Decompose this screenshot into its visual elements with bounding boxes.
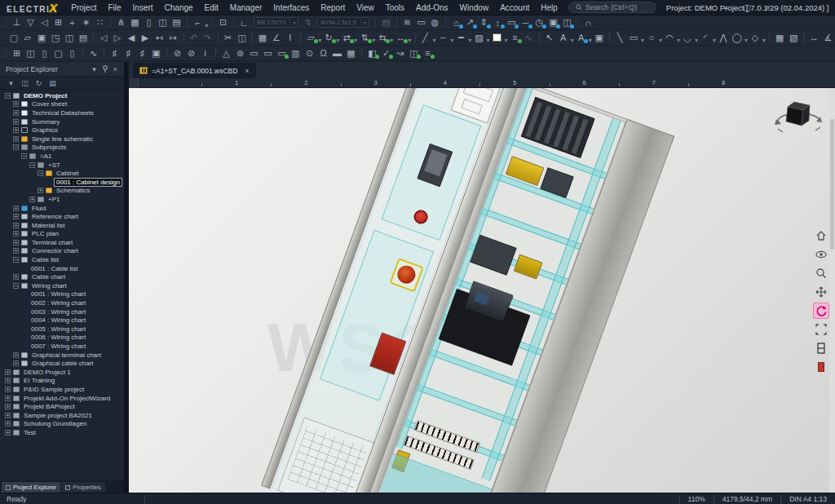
- door-vertical-icon[interactable]: ▯: [142, 16, 156, 29]
- collapse-icon[interactable]: −: [29, 162, 35, 168]
- expand-icon[interactable]: +: [13, 274, 19, 280]
- lock-icon[interactable]: ∩: [581, 16, 595, 29]
- duct-cover-icon[interactable]: ▭: [261, 46, 275, 60]
- icon-dropdown-caret[interactable]: ▾: [205, 16, 209, 29]
- polyline-icon[interactable]: ⋀: [716, 31, 730, 44]
- camera-icon[interactable]: ◍: [428, 16, 442, 29]
- view-tool-cabinet-icon[interactable]: [814, 341, 828, 356]
- tree-item[interactable]: −Wiring chart: [0, 281, 124, 290]
- align-vertical-icon[interactable]: ⇅: [358, 31, 372, 44]
- cable-clip-icon[interactable]: ⊘: [170, 46, 184, 60]
- expand-icon[interactable]: +: [38, 188, 43, 193]
- text-variable-icon[interactable]: A: [574, 31, 588, 44]
- mirror-icon[interactable]: ⇄: [340, 31, 354, 44]
- view-tool-pan-icon[interactable]: [814, 285, 828, 299]
- image-frame-icon[interactable]: ▣: [592, 31, 606, 44]
- tree-item[interactable]: +EI Training: [0, 377, 124, 386]
- tree-item[interactable]: 0007 : Wiring chart: [0, 342, 124, 351]
- nav-last-icon[interactable]: ▶: [139, 31, 152, 44]
- cut-icon[interactable]: ✂: [221, 31, 235, 44]
- cable-type-dropdown[interactable]: NYM-J 3x1,5▾: [317, 17, 369, 28]
- menu-window[interactable]: Window: [454, 2, 495, 14]
- insert-clock-icon[interactable]: ◷: [532, 16, 546, 29]
- zoom-level[interactable]: 110%: [679, 495, 714, 503]
- layer-stack-icon[interactable]: ≡: [421, 46, 435, 60]
- new-file-icon[interactable]: ▢: [7, 31, 20, 44]
- layers-icon[interactable]: ≡: [508, 31, 522, 44]
- fill-swatch[interactable]: [490, 31, 504, 44]
- mounting-plate-icon[interactable]: ⊞: [10, 46, 24, 60]
- insert-height-icon[interactable]: ⇕: [477, 16, 491, 29]
- switch-icon[interactable]: +: [65, 16, 79, 29]
- tree-item[interactable]: +Projekt Add-On ProjectWizard: [0, 394, 124, 403]
- profile-icon[interactable]: ▯: [65, 46, 79, 60]
- expand-icon[interactable]: +: [5, 387, 11, 392]
- tree-item[interactable]: −=A1: [0, 152, 124, 161]
- polygon-icon[interactable]: ◇: [748, 31, 762, 44]
- tree-item[interactable]: +Connector chart: [0, 247, 124, 256]
- insert-house-icon[interactable]: ⌂: [449, 16, 463, 29]
- open-folder-icon[interactable]: ▱: [20, 31, 34, 44]
- tree-item[interactable]: +Graphics: [0, 126, 124, 135]
- expand-icon[interactable]: +: [5, 378, 11, 383]
- tab-close-icon[interactable]: ×: [245, 67, 249, 75]
- insert-line-icon[interactable]: ─: [519, 16, 532, 29]
- cursor-snap-icon[interactable]: I: [283, 31, 297, 44]
- tree-item[interactable]: +Schulung Grundlagen: [0, 420, 124, 429]
- toolbar-grip[interactable]: [3, 48, 7, 59]
- cable-bundle-icon[interactable]: ≋: [400, 16, 414, 29]
- expand-icon[interactable]: +: [13, 248, 19, 254]
- menu-report[interactable]: Report: [315, 2, 351, 14]
- expand-icon[interactable]: +: [13, 110, 19, 116]
- canvas-vertical-scrollbar[interactable]: [829, 88, 835, 493]
- menu-tools[interactable]: Tools: [380, 2, 410, 14]
- collapse-icon[interactable]: −: [13, 283, 19, 289]
- nav-forward-icon[interactable]: ▷: [111, 31, 125, 44]
- insert-box-icon[interactable]: ▣: [546, 16, 560, 29]
- line-style-icon[interactable]: ┄: [436, 31, 450, 44]
- cable-hose-icon[interactable]: ≀: [198, 46, 212, 60]
- tree-item[interactable]: +P&ID Sample project: [0, 385, 124, 394]
- nav-prev-page-icon[interactable]: ↤: [152, 31, 166, 44]
- room-outline-icon[interactable]: ⌐: [191, 16, 205, 29]
- expand-icon[interactable]: +: [13, 223, 19, 228]
- wire-duct-icon[interactable]: ∿: [86, 46, 100, 60]
- expand-icon[interactable]: +: [13, 231, 19, 237]
- menu-insert[interactable]: Insert: [127, 2, 159, 14]
- expand-icon[interactable]: +: [5, 404, 11, 409]
- enclosure-icon[interactable]: ▢: [51, 46, 65, 60]
- wire-route-icon[interactable]: ↝: [393, 46, 407, 60]
- insert-arrow-icon[interactable]: ↗: [463, 16, 477, 29]
- tree-item[interactable]: −Cabinet: [0, 169, 124, 178]
- menu-help[interactable]: Help: [535, 2, 563, 14]
- panel-tab-project-explorer[interactable]: Project Explorer: [2, 482, 60, 493]
- matrix-icon[interactable]: ▦: [128, 16, 142, 29]
- tree-item[interactable]: +Terminal chart: [0, 238, 124, 247]
- tree-item[interactable]: 0001 : Cable list: [0, 264, 124, 273]
- speaker-icon[interactable]: ◁: [38, 16, 51, 29]
- tree-item[interactable]: +Fluid: [0, 204, 124, 213]
- collapse-icon[interactable]: −: [13, 257, 19, 263]
- nav-next-page-icon[interactable]: ↦: [166, 31, 180, 44]
- text-icon[interactable]: A: [556, 31, 570, 44]
- hatch-icon[interactable]: ▨: [472, 31, 486, 44]
- tree-item[interactable]: +DEMO Project 1: [0, 368, 124, 377]
- collapse-icon[interactable]: −: [5, 93, 11, 99]
- ground-icon[interactable]: ⊥: [10, 16, 24, 29]
- line-width-icon[interactable]: ━: [454, 31, 468, 44]
- collapse-icon[interactable]: −: [38, 170, 43, 176]
- panel-tab-properties[interactable]: Properties: [61, 482, 104, 493]
- move-icon[interactable]: ▱: [304, 31, 318, 44]
- dimension-angle-icon[interactable]: ∡: [821, 31, 835, 44]
- icon-dropdown-caret[interactable]: ▾: [408, 31, 412, 44]
- expand-icon[interactable]: +: [13, 127, 19, 133]
- cabinet-3d-model[interactable]: [260, 88, 674, 493]
- tree-item[interactable]: +Graphical cable chart: [0, 359, 124, 368]
- document-tab[interactable]: =A1+ST_CAB.0001.wsCBD ×: [133, 63, 256, 78]
- icon-dropdown-caret[interactable]: ▾: [372, 31, 376, 44]
- din-rail-2-icon[interactable]: ♯: [121, 46, 135, 60]
- 3d-navigation-cube[interactable]: [771, 96, 825, 139]
- line-icon[interactable]: ╲: [612, 31, 626, 44]
- tree-item[interactable]: 0001 : Wiring chart: [0, 290, 124, 299]
- tree-item[interactable]: +Cable chart: [0, 272, 124, 281]
